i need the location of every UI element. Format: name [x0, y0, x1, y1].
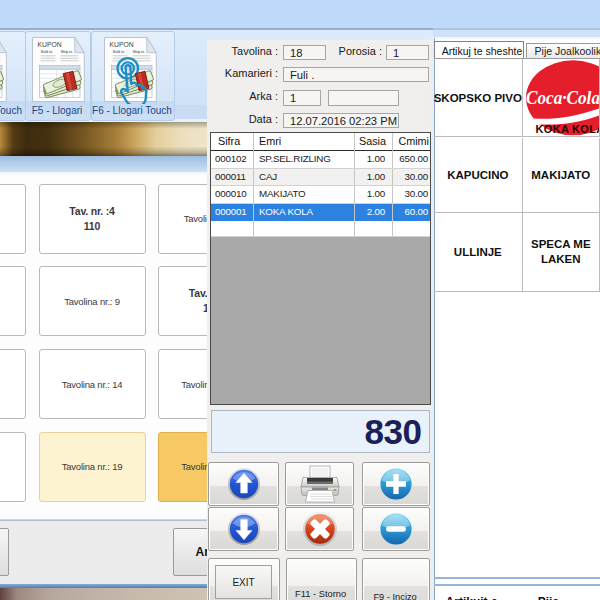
svg-text:Coca·Cola: Coca·Cola	[526, 88, 600, 108]
svg-text:KOKA KOLA: KOKA KOLA	[535, 123, 600, 135]
